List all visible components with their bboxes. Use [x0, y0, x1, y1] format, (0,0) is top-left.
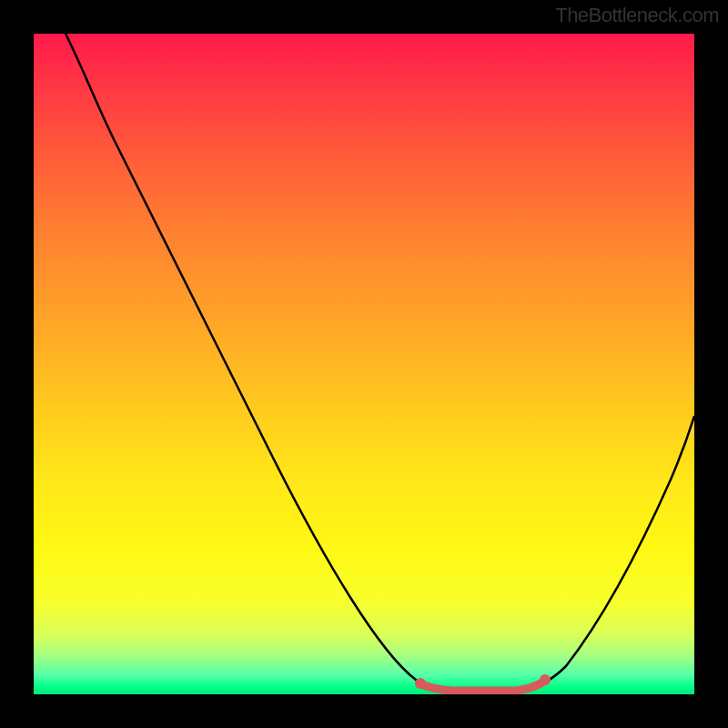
- marker-dot-left: [415, 678, 426, 689]
- bottleneck-curve: [34, 34, 694, 694]
- marker-segment: [420, 681, 545, 691]
- marker-dot-right: [540, 674, 551, 685]
- watermark-text: TheBottleneck.com: [555, 4, 719, 27]
- curve-path: [66, 34, 694, 690]
- chart-container: TheBottleneck.com: [0, 0, 728, 728]
